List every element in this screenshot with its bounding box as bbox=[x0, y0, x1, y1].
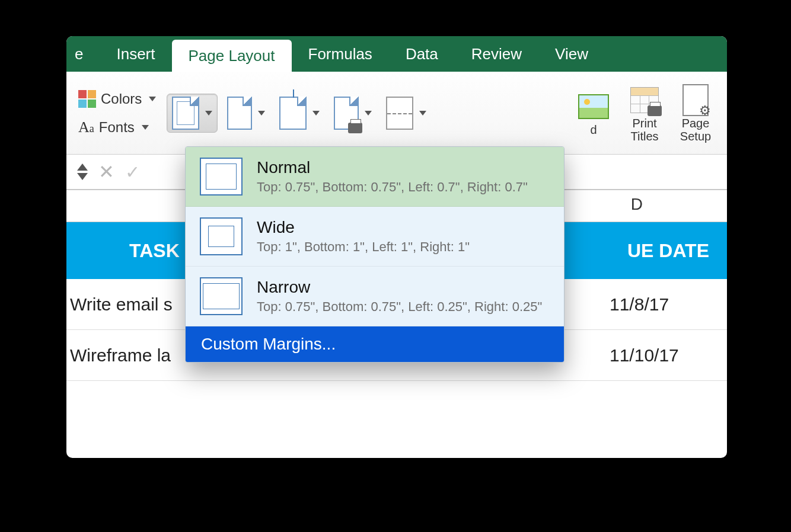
option-subtitle: Top: 0.75", Bottom: 0.75", Left: 0.25", … bbox=[257, 299, 542, 315]
margins-icon bbox=[172, 97, 199, 130]
header-due-date-partial: UE DATE bbox=[627, 240, 709, 262]
cancel-icon[interactable]: ✕ bbox=[98, 161, 114, 183]
tab-review[interactable]: Review bbox=[455, 36, 538, 72]
colors-dropdown[interactable]: Colors bbox=[78, 90, 156, 108]
option-subtitle: Top: 1", Bottom: 1", Left: 1", Right: 1" bbox=[257, 239, 470, 255]
colors-label: Colors bbox=[101, 91, 142, 107]
name-box-stepper[interactable] bbox=[77, 164, 88, 180]
app-window: e Insert Page Layout Formulas Data Revie… bbox=[66, 36, 727, 458]
breaks-icon bbox=[386, 97, 413, 130]
option-title: Wide bbox=[257, 218, 470, 237]
chevron-down-icon bbox=[149, 97, 156, 101]
print-titles-button[interactable]: Print Titles bbox=[621, 84, 668, 143]
fonts-label: Fonts bbox=[99, 119, 135, 136]
option-title: Normal bbox=[257, 158, 528, 177]
column-header-D[interactable]: D bbox=[631, 195, 643, 214]
option-subtitle: Top: 0.75", Bottom: 0.75", Left: 0.7", R… bbox=[257, 180, 528, 195]
chevron-down-icon bbox=[419, 111, 426, 116]
chevron-down-icon bbox=[365, 111, 372, 116]
tab-formulas[interactable]: Formulas bbox=[292, 36, 389, 72]
page-setup-button[interactable]: Page Setup bbox=[672, 84, 719, 143]
chevron-down-icon bbox=[258, 111, 265, 116]
ribbon-tabstrip: e Insert Page Layout Formulas Data Revie… bbox=[66, 36, 727, 72]
margins-option-narrow[interactable]: Narrow Top: 0.75", Bottom: 0.75", Left: … bbox=[186, 267, 564, 326]
size-button[interactable] bbox=[275, 94, 324, 133]
fonts-icon: Aa bbox=[78, 118, 94, 136]
picture-icon bbox=[578, 94, 609, 119]
margins-option-wide[interactable]: Wide Top: 1", Bottom: 1", Left: 1", Righ… bbox=[186, 207, 564, 267]
margins-narrow-icon bbox=[200, 277, 243, 315]
cell-date: 11/8/17 bbox=[610, 294, 716, 315]
orientation-icon bbox=[227, 97, 252, 130]
background-button-partial[interactable]: d bbox=[570, 90, 617, 136]
tab-page-layout[interactable]: Page Layout bbox=[172, 40, 292, 72]
fonts-dropdown[interactable]: Aa Fonts bbox=[78, 118, 156, 136]
margins-normal-icon bbox=[200, 158, 243, 196]
cell-date: 11/10/17 bbox=[610, 345, 716, 366]
breaks-button[interactable] bbox=[381, 94, 431, 133]
tab-insert[interactable]: Insert bbox=[100, 36, 171, 72]
colors-icon bbox=[78, 90, 96, 108]
size-icon bbox=[279, 97, 307, 130]
margins-option-normal[interactable]: Normal Top: 0.75", Bottom: 0.75", Left: … bbox=[186, 147, 564, 207]
chevron-down-icon bbox=[205, 111, 212, 116]
margins-button[interactable] bbox=[167, 94, 218, 133]
margins-wide-icon bbox=[200, 217, 243, 255]
chevron-down-icon bbox=[142, 125, 149, 130]
chevron-up-icon bbox=[77, 164, 88, 171]
cell-task: Write email s bbox=[70, 294, 173, 315]
tab-view[interactable]: View bbox=[538, 36, 605, 72]
chevron-down-icon bbox=[312, 111, 320, 116]
background-label-partial: d bbox=[590, 123, 597, 136]
chevron-down-icon bbox=[77, 173, 88, 180]
print-area-icon bbox=[334, 97, 359, 130]
ribbon-body: Colors Aa Fonts bbox=[66, 72, 727, 155]
printer-icon bbox=[648, 105, 662, 116]
tab-home-partial[interactable]: e bbox=[66, 36, 100, 72]
header-task: TASK bbox=[129, 240, 180, 262]
margins-dropdown-menu: Normal Top: 0.75", Bottom: 0.75", Left: … bbox=[185, 146, 564, 363]
printer-icon bbox=[348, 123, 362, 133]
tab-data[interactable]: Data bbox=[389, 36, 455, 72]
print-titles-icon bbox=[630, 87, 659, 113]
option-title: Narrow bbox=[257, 278, 542, 297]
margins-option-custom[interactable]: Custom Margins... bbox=[186, 326, 564, 362]
accept-icon[interactable]: ✓ bbox=[125, 162, 140, 182]
orientation-button[interactable] bbox=[222, 94, 270, 133]
page-setup-icon bbox=[682, 84, 709, 116]
cell-task: Wireframe la bbox=[70, 345, 171, 366]
themes-group: Colors Aa Fonts bbox=[78, 90, 156, 136]
print-area-button[interactable] bbox=[329, 94, 377, 133]
